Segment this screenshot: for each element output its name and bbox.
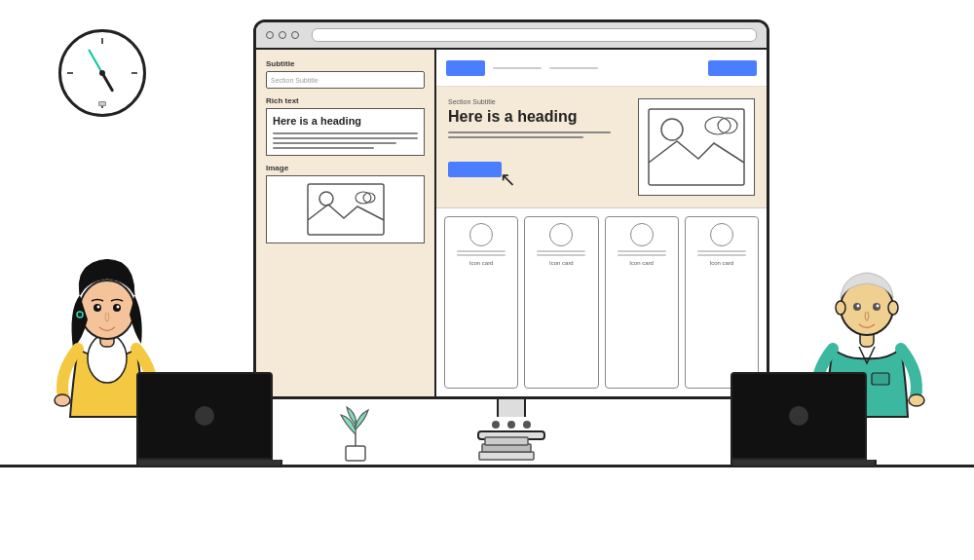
- card-label-1: Icon card: [469, 260, 494, 266]
- rt-line-4: [273, 147, 374, 149]
- left-laptop-screen: [136, 372, 273, 460]
- nav-dash-1: [493, 67, 542, 69]
- hero-body-lines: [448, 131, 628, 138]
- preview-topnav: [436, 50, 767, 87]
- cards-section: Icon card Icon card: [436, 208, 767, 396]
- stand-neck: [497, 399, 526, 417]
- nav-dash-2: [549, 67, 598, 69]
- monitor-screen: Subtitle Section Subtitle Rich text Here…: [253, 19, 769, 399]
- richtext-box: Here is a heading: [266, 108, 425, 156]
- left-editor-panel: Subtitle Section Subtitle Rich text Here…: [256, 50, 436, 396]
- card-lines-3: [612, 250, 672, 256]
- card-icon-4: [710, 223, 733, 246]
- hero-image-placeholder: [638, 98, 755, 196]
- card-line-1a: [457, 250, 506, 252]
- svg-rect-4: [649, 109, 744, 185]
- svg-rect-0: [308, 184, 384, 235]
- svg-point-30: [857, 305, 860, 308]
- card-line-2b: [537, 254, 585, 256]
- card-lines-4: [692, 250, 752, 256]
- rt-line-1: [273, 132, 418, 134]
- icon-card-2: Icon card: [524, 216, 598, 389]
- left-laptop-base: [136, 460, 282, 467]
- card-line-4a: [697, 250, 746, 252]
- browser-content: Subtitle Section Subtitle Rich text Here…: [256, 50, 767, 396]
- card-label-3: Icon card: [629, 260, 654, 266]
- rt-line-2: [273, 137, 418, 139]
- icon-card-1: Icon card: [444, 216, 518, 389]
- card-lines-2: [531, 250, 591, 256]
- books-stack: [477, 425, 536, 467]
- hero-line-2: [448, 136, 583, 138]
- nav-btn-secondary[interactable]: [708, 60, 757, 76]
- browser-bar: [256, 22, 767, 50]
- richtext-lines: [273, 132, 418, 149]
- image-placeholder: [266, 175, 425, 243]
- card-line-3b: [618, 254, 666, 256]
- hero-section: Section Subtitle Here is a heading ↖: [436, 87, 767, 208]
- svg-rect-12: [485, 437, 528, 445]
- card-line-1b: [457, 254, 506, 256]
- cursor-icon: ↖: [500, 168, 516, 191]
- svg-point-31: [877, 305, 880, 308]
- card-lines-1: [451, 250, 511, 256]
- hero-text-block: Section Subtitle Here is a heading ↖: [448, 98, 628, 196]
- card-line-3a: [618, 250, 666, 252]
- icon-card-3: Icon card: [605, 216, 679, 389]
- left-laptop: [136, 372, 282, 467]
- icon-card-4: Icon card: [685, 216, 759, 389]
- svg-point-33: [909, 394, 924, 406]
- clock-center: [99, 70, 105, 76]
- svg-rect-10: [479, 452, 534, 460]
- card-line-4b: [697, 254, 746, 256]
- image-label: Image: [266, 164, 425, 172]
- card-icon-3: [630, 223, 654, 246]
- wall-clock: [58, 29, 146, 117]
- right-preview-panel: Section Subtitle Here is a heading ↖: [436, 50, 767, 396]
- hero-subtitle-label: Section Subtitle: [448, 98, 628, 105]
- svg-point-19: [117, 306, 120, 309]
- right-laptop: [730, 372, 877, 467]
- richtext-heading: Here is a heading: [273, 115, 418, 128]
- svg-point-18: [97, 306, 100, 309]
- browser-dot-2: [279, 31, 286, 39]
- monitor: Subtitle Section Subtitle Rich text Here…: [253, 19, 769, 440]
- card-icon-2: [549, 223, 573, 246]
- laptop-screen-glare: [195, 406, 214, 426]
- svg-rect-8: [346, 446, 365, 461]
- svg-point-21: [55, 394, 70, 406]
- browser-url-bar[interactable]: [312, 28, 757, 42]
- nav-btn-primary[interactable]: [446, 60, 485, 76]
- right-laptop-base: [730, 460, 877, 467]
- svg-point-27: [888, 301, 898, 315]
- hero-heading: Here is a heading: [448, 107, 628, 126]
- card-label-4: Icon card: [710, 260, 734, 266]
- subtitle-input[interactable]: Section Subtitle: [266, 71, 425, 89]
- hero-cta-button[interactable]: [448, 162, 502, 177]
- card-icon-1: [469, 223, 493, 246]
- richtext-label: Rich text: [266, 96, 425, 105]
- subtitle-label: Subtitle: [266, 59, 425, 68]
- card-label-2: Icon card: [549, 260, 574, 266]
- right-laptop-screen-glare: [789, 406, 808, 426]
- browser-dot-3: [291, 31, 299, 39]
- card-line-2a: [537, 250, 585, 252]
- svg-point-26: [836, 301, 845, 315]
- browser-dot-1: [266, 31, 274, 39]
- right-laptop-screen: [730, 372, 867, 460]
- rt-line-3: [273, 142, 396, 144]
- hero-line-1: [448, 131, 611, 133]
- plant: [331, 395, 380, 467]
